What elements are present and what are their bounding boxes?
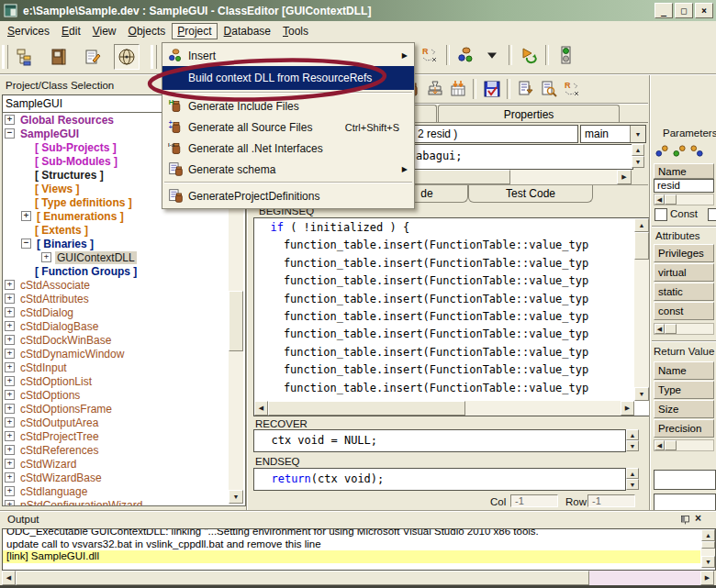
declaration-spinner[interactable]: ▲ ▼ <box>632 144 644 168</box>
maximize-button[interactable]: □ <box>675 3 693 18</box>
tree-expander-icon[interactable]: + <box>5 417 15 427</box>
tree-expander-icon[interactable]: + <box>5 321 15 331</box>
tree-item-cstddialogbase[interactable]: +cStdDialogBase <box>3 319 245 333</box>
chevron-down-icon[interactable]: ▼ <box>630 126 645 142</box>
param-pair-orange-icon[interactable] <box>690 144 704 158</box>
param-const-checkbox-2[interactable] <box>708 208 716 221</box>
tree-expander-icon[interactable]: + <box>5 349 15 359</box>
pin-icon[interactable] <box>679 514 691 526</box>
class-tree-button[interactable] <box>12 44 38 70</box>
tree-item-cstdattributes[interactable]: +cStdAttributes <box>3 292 245 305</box>
tree-item-cstdreferences[interactable]: +cStdReferences <box>3 443 245 457</box>
tree-item--binaries-[interactable]: −[ Binaries ] <box>3 237 245 250</box>
output-hscrollbar[interactable]: ◀ ▶ <box>2 571 714 585</box>
tree-expander-icon[interactable]: + <box>5 486 15 496</box>
tree-item-cstdwizardbase[interactable]: +cStdWizardBase <box>3 471 245 484</box>
tree-item-cstdprojecttree[interactable]: +cStdProjectTree <box>3 429 245 443</box>
output-line[interactable]: ODC_Executable GUIContextDLL: linking ".… <box>3 528 700 538</box>
tree-item-cstddialog[interactable]: +cStdDialog <box>3 305 245 319</box>
menu-view[interactable]: View <box>87 23 122 39</box>
tree-item-cstdassociate[interactable]: +cStdAssociate <box>3 278 245 292</box>
refresh-resources-button[interactable]: R <box>417 42 442 68</box>
tree-item-cstdoptionlist[interactable]: +cStdOptionList <box>3 374 245 388</box>
menu-services[interactable]: Services <box>2 23 55 39</box>
save-check-button[interactable] <box>480 77 503 100</box>
close-button[interactable]: × <box>695 3 713 18</box>
param-const-checkbox[interactable] <box>654 208 667 221</box>
insert-objects-button[interactable] <box>453 42 479 68</box>
menu-item-generate-schema[interactable]: Generate schema▶ <box>162 159 414 180</box>
param-name-value[interactable]: resid <box>654 179 714 193</box>
tree-expander-icon[interactable]: + <box>5 376 15 386</box>
endseq-field[interactable]: return(ctx void); <box>253 468 626 491</box>
tree-expander-icon[interactable]: + <box>5 459 15 469</box>
recover-field[interactable]: ctx void = NULL; <box>253 429 626 452</box>
right-splitter[interactable] <box>649 75 651 510</box>
tab-test-code[interactable]: Test Code <box>468 185 593 203</box>
tree-expander-icon[interactable]: + <box>41 252 51 262</box>
attributes-hscrollbar[interactable]: ◀ <box>654 323 714 335</box>
tree-item--extents-[interactable]: [ Extents ] <box>3 223 245 237</box>
run-button[interactable] <box>516 42 542 68</box>
tree-item-cstddockwinbase[interactable]: +cStdDockWinBase <box>3 333 245 347</box>
tree-item-cstdoptionsframe[interactable]: +cStdOptionsFrame <box>3 402 245 416</box>
menu-item-generate-include-files[interactable]: HGenerate Include Files <box>162 95 414 116</box>
tree-item-cstdlanguage[interactable]: +cStdlanguage <box>3 484 245 498</box>
tree-item-guicontextdll[interactable]: +GUIContextDLL <box>3 250 245 264</box>
tree-expander-icon[interactable]: + <box>5 404 15 414</box>
output-vscrollbar[interactable]: ▲ ▼ <box>701 529 715 568</box>
menu-tools[interactable]: Tools <box>277 23 314 39</box>
tree-expander-icon[interactable]: + <box>5 390 15 400</box>
menu-database[interactable]: Database <box>218 23 276 39</box>
edit-source-button[interactable] <box>80 44 106 70</box>
return-extra-field-1[interactable] <box>654 470 716 490</box>
return-row-name[interactable]: Name <box>654 361 714 380</box>
tree-expander-icon[interactable]: + <box>5 472 15 483</box>
tree-expander-icon[interactable]: + <box>5 294 15 304</box>
menu-item-insert[interactable]: Insert▶ <box>162 45 414 66</box>
tree-item-cstdoutputarea[interactable]: +cStdOutputArea <box>3 416 245 429</box>
attribute-row-virtual[interactable]: virtual <box>654 263 714 282</box>
tree-item--enumerations-[interactable]: +[ Enumerations ] <box>3 209 245 223</box>
output-splitter[interactable] <box>0 510 716 512</box>
recover-spinner[interactable]: ▲ ▼ <box>626 429 639 452</box>
stamp-button[interactable] <box>423 77 446 100</box>
param-hscrollbar[interactable]: ◀ <box>654 194 714 205</box>
breakpoint-button[interactable] <box>553 42 578 68</box>
tree-expander-icon[interactable]: + <box>5 280 15 290</box>
code-editor[interactable]: if ( !initialized ) { function_table.ins… <box>253 217 650 416</box>
export-doc-button[interactable] <box>514 77 537 100</box>
menu-item-generateprojectdefinitions[interactable]: GenerateProjectDefinitions <box>162 185 414 206</box>
menu-item-generate-all-source-files[interactable]: ++Generate all Source FilesCtrl+Shift+S <box>162 116 414 138</box>
tree-expander-icon[interactable]: + <box>5 335 15 345</box>
toolbar-drag-handle[interactable] <box>151 45 157 69</box>
code-vscrollbar[interactable]: ▲ ▼ <box>634 218 649 401</box>
refresh-resources-button[interactable]: R <box>560 77 583 100</box>
close-output-icon[interactable]: × <box>695 512 701 525</box>
tree-expander-icon[interactable]: + <box>5 431 15 441</box>
tree-item-cstddynamicwindow[interactable]: +cStdDynamicWindow <box>3 347 245 361</box>
tree-expander-icon[interactable]: + <box>5 307 15 317</box>
menu-objects[interactable]: Objects <box>123 23 172 39</box>
output-line[interactable]: update call to vsvars32.bat in vslink_cp… <box>3 538 700 551</box>
attribute-row-static[interactable]: static <box>654 283 714 301</box>
param-pair-green-icon[interactable] <box>673 144 687 158</box>
code-hscrollbar[interactable]: ◀ ▶ <box>254 401 634 416</box>
tree-item-cstdinput[interactable]: +cStdInput <box>3 361 245 374</box>
tab-properties[interactable]: Properties <box>438 105 620 123</box>
find-doc-button[interactable] <box>537 77 560 100</box>
tree-expander-icon[interactable]: + <box>5 445 15 455</box>
return-row-type[interactable]: Type <box>654 381 714 399</box>
tree-item-pstdconfigurationwizard[interactable]: +pStdConfigurationWizard <box>3 498 245 506</box>
menu-project[interactable]: Project <box>172 23 217 39</box>
globe-button[interactable] <box>114 44 140 70</box>
return-extra-field-2[interactable] <box>654 494 716 511</box>
output-line[interactable]: [link] SampleGUI.dll <box>3 550 700 563</box>
scope-combo[interactable]: main ▼ <box>580 125 646 143</box>
endseq-spinner[interactable]: ▲ ▼ <box>626 468 639 491</box>
return-row-size[interactable]: Size <box>654 400 714 418</box>
tree-expander-icon[interactable]: − <box>5 128 15 139</box>
param-pair-blue-icon[interactable] <box>655 144 669 158</box>
attribute-row-const[interactable]: const <box>654 302 714 320</box>
tree-expander-icon[interactable]: + <box>5 362 15 372</box>
